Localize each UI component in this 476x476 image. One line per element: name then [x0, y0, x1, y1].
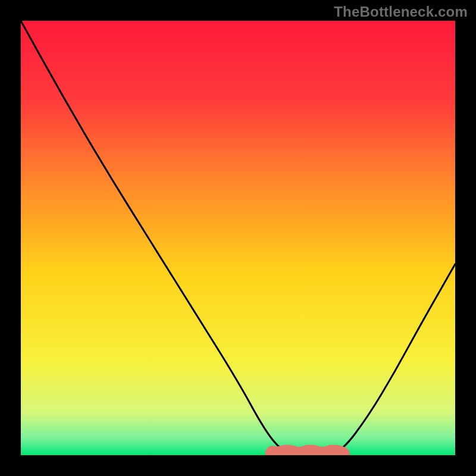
chart-plot-area: [21, 21, 455, 455]
chart-svg: [21, 21, 455, 455]
chart-background: [21, 21, 455, 455]
flat-highlight: [273, 452, 342, 454]
chart-frame: TheBottleneck.com: [0, 0, 476, 476]
watermark-text: TheBottleneck.com: [334, 4, 468, 20]
